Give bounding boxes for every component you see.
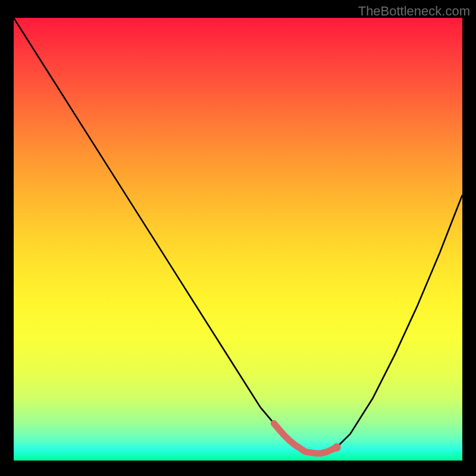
optimal-point-marker <box>333 443 341 452</box>
chart-svg-layer <box>14 18 462 461</box>
optimal-range-highlight <box>274 424 337 454</box>
bottleneck-curve-line <box>14 18 462 454</box>
chart-plot-area <box>14 18 462 461</box>
watermark-text: TheBottleneck.com <box>358 4 470 19</box>
